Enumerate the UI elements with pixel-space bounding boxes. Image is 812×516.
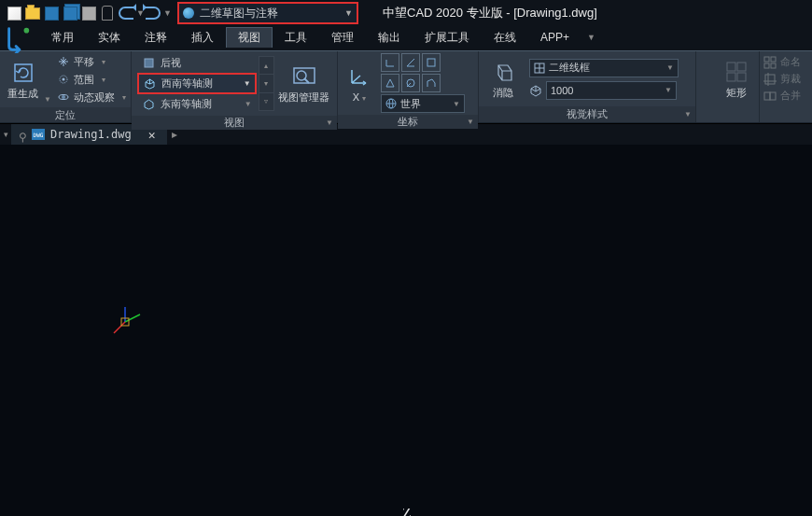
svg-rect-27 — [764, 92, 770, 100]
svg-line-31 — [114, 322, 125, 333]
svg-rect-23 — [771, 57, 776, 62]
qat-clip[interactable] — [99, 5, 116, 21]
pin-icon: ⚲ — [19, 131, 26, 138]
svg-rect-10 — [427, 59, 435, 66]
ucs-btn-6[interactable] — [422, 74, 441, 92]
qat-plot[interactable] — [80, 5, 97, 21]
svg-rect-20 — [727, 73, 735, 81]
menu-insert[interactable]: 插入 — [179, 27, 226, 49]
ucs-btn-1[interactable] — [381, 53, 399, 72]
qat-save[interactable] — [43, 5, 60, 21]
app-title: 中望CAD 2020 专业版 - [Drawing1.dwg] — [383, 5, 597, 21]
rect-label: 矩形 — [726, 87, 747, 98]
view-manager-label: 视图管理器 — [278, 91, 329, 103]
panel-coord: X ▾ 世界▼ 坐标▼ — [338, 51, 479, 122]
menubar-row: 常用 实体 注释 插入 视图 工具 管理 输出 扩展工具 在线 APP+ ▼ — [0, 26, 812, 50]
workspace-combo[interactable]: 二维草图与注释 ▼ — [177, 2, 358, 24]
panel-vstyle: 消隐 二维线框▼ 1000▼ 视觉样式▼ — [479, 51, 696, 122]
name-button: 命名 — [763, 55, 801, 69]
wireframe-icon — [534, 63, 545, 74]
menu-common[interactable]: 常用 — [39, 27, 86, 49]
cube-icon — [529, 84, 542, 97]
regen-dd[interactable]: ▼ — [44, 95, 49, 104]
doc-tab-menu[interactable]: ▸ — [167, 128, 182, 141]
menu-view[interactable]: 视图 — [226, 27, 273, 48]
chevron-down-icon: ▼ — [344, 8, 353, 18]
svg-point-3 — [63, 78, 65, 81]
svg-rect-24 — [764, 63, 769, 68]
visual-value-combo[interactable]: 1000▼ — [546, 81, 677, 100]
ucs-btn-2[interactable] — [401, 53, 420, 72]
panel-locate-title: 定位 — [0, 107, 131, 122]
visual-style-combo[interactable]: 二维线框▼ — [529, 59, 679, 77]
document-name: Drawing1.dwg — [50, 128, 132, 141]
globe-icon — [183, 7, 194, 19]
ucs-x-button[interactable]: X ▾ — [343, 62, 375, 105]
drawing-canvas[interactable]: Z X Y — [0, 145, 812, 516]
view-back[interactable]: 后视 — [137, 53, 257, 73]
qat-saveall[interactable] — [62, 5, 78, 21]
view-list-scroll[interactable]: ▴▾▿ — [259, 56, 274, 111]
regen-label: 重生成 — [7, 88, 38, 99]
panel-vstyle-expand[interactable]: ▼ — [684, 110, 692, 119]
qat-new[interactable] — [6, 5, 22, 21]
panel-locate: 重生成 ▼ 平移▾ 范围▾ 动态观察▾ 定位 — [0, 51, 132, 122]
qat-undo-dd[interactable]: ▼ — [136, 8, 143, 18]
view-manager-button[interactable]: 视图管理器 — [276, 62, 331, 105]
app-logo[interactable] — [0, 22, 35, 56]
ucs-corner-icon — [112, 305, 149, 339]
ucs-axes-icon: Z X Y — [303, 509, 509, 516]
qat-open[interactable] — [24, 5, 41, 21]
regen-button[interactable]: 重生成 — [6, 58, 40, 101]
svg-rect-6 — [145, 59, 153, 67]
panel-view-expand[interactable]: ▼ — [326, 119, 333, 127]
ribbon-spacer — [696, 51, 714, 122]
workspace-value: 二维草图与注释 — [200, 6, 344, 21]
menu-annotation[interactable]: 注释 — [133, 27, 179, 49]
qat-undo[interactable] — [118, 5, 134, 21]
menu-entity[interactable]: 实体 — [86, 27, 133, 49]
ucs-world-combo[interactable]: 世界▼ — [381, 94, 465, 113]
pan-button[interactable]: 平移▾ — [53, 53, 130, 70]
menu-ext[interactable]: 扩展工具 — [413, 27, 482, 49]
globe-icon — [385, 98, 397, 109]
svg-rect-26 — [765, 75, 775, 84]
menu-more[interactable]: ▼ — [581, 30, 601, 45]
menu-output[interactable]: 输出 — [366, 27, 413, 49]
doc-tab-prev[interactable]: ▾ — [0, 130, 11, 139]
ucs-btn-4[interactable] — [381, 74, 399, 92]
svg-rect-19 — [737, 63, 746, 71]
menu-app[interactable]: APP+ — [528, 28, 581, 47]
menu-manage[interactable]: 管理 — [319, 27, 366, 49]
hide-label: 消隐 — [493, 87, 513, 98]
panel-view-title: 视图 — [224, 116, 245, 130]
orbit-button[interactable]: 动态观察▾ — [53, 89, 130, 105]
view-preset-list: 后视 西南等轴测▼ 东南等轴测▼ — [137, 53, 257, 114]
menu-tool[interactable]: 工具 — [273, 27, 319, 49]
qat-redo-dd[interactable]: ▼ — [163, 8, 170, 18]
extents-button[interactable]: 范围▾ — [53, 71, 130, 88]
crop-button: 剪裁 — [763, 72, 801, 86]
svg-rect-25 — [771, 63, 776, 68]
panel-coord-expand[interactable]: ▼ — [467, 118, 474, 126]
svg-text:Z: Z — [402, 509, 412, 516]
svg-rect-22 — [764, 57, 769, 62]
ribbon: 重生成 ▼ 平移▾ 范围▾ 动态观察▾ 定位 后视 西南等轴测▼ 东南等轴测▼ … — [0, 50, 812, 123]
svg-point-0 — [24, 28, 30, 34]
view-se-iso[interactable]: 东南等轴测▼ — [137, 94, 257, 114]
menu-online[interactable]: 在线 — [482, 27, 528, 49]
menubar: 常用 实体 注释 插入 视图 工具 管理 输出 扩展工具 在线 APP+ ▼ — [35, 26, 601, 49]
quick-access-toolbar: ▼ ▼ 二维草图与注释 ▼ 中望CAD 2020 专业版 - [Drawing1… — [0, 0, 812, 26]
panel-vstyle-title: 视觉样式 — [567, 107, 608, 121]
panel-rect: 矩形 — [714, 51, 760, 122]
svg-point-5 — [62, 95, 65, 99]
panel-right: 命名 剪裁 合并 — [760, 51, 812, 122]
svg-rect-18 — [727, 63, 735, 71]
panel-view: 后视 西南等轴测▼ 东南等轴测▼ ▴▾▿ 视图管理器 视图▼ — [132, 51, 338, 122]
qat-redo[interactable] — [145, 5, 161, 21]
view-sw-iso[interactable]: 西南等轴测▼ — [137, 73, 257, 94]
svg-rect-28 — [770, 92, 776, 100]
hide-button[interactable]: 消隐 — [484, 57, 522, 100]
ucs-btn-3[interactable] — [422, 53, 441, 72]
ucs-btn-5[interactable] — [401, 74, 420, 92]
